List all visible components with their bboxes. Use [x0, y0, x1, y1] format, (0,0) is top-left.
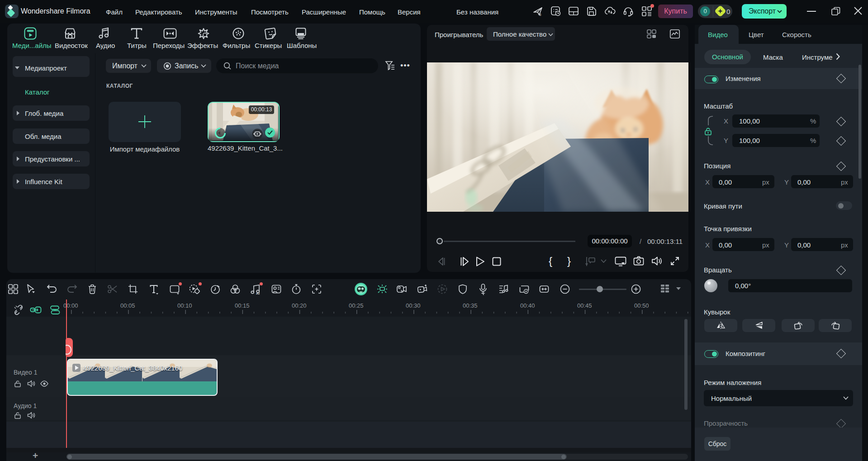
svg-text:AI: AI — [256, 291, 260, 295]
svg-text:8: 8 — [539, 13, 541, 17]
